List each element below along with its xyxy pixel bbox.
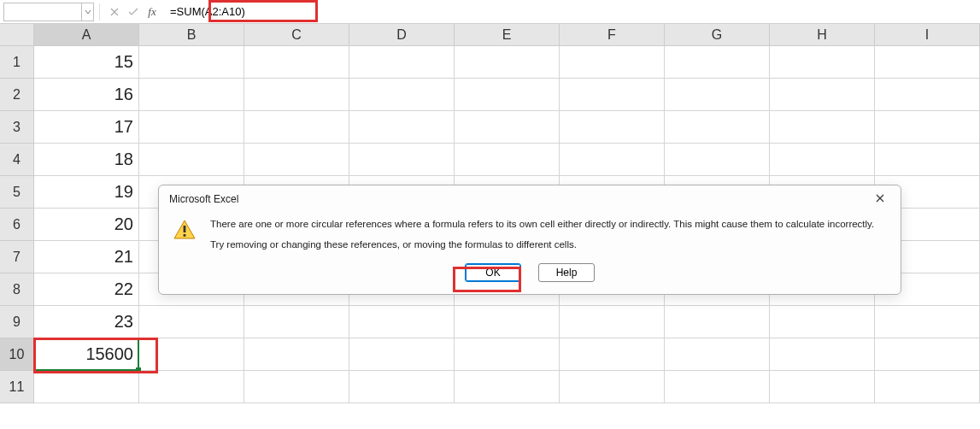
row-header[interactable]: 9 <box>0 306 34 338</box>
cell-A1[interactable]: 15 <box>34 46 139 79</box>
cell-G3[interactable] <box>665 111 770 144</box>
cancel-formula-button[interactable] <box>105 3 124 21</box>
column-header[interactable]: F <box>560 24 665 46</box>
cell-F3[interactable] <box>560 111 665 144</box>
cell-G11[interactable] <box>665 371 770 403</box>
row-header[interactable]: 2 <box>0 79 34 111</box>
cell-F11[interactable] <box>560 371 665 403</box>
cell-A10[interactable]: 15600 <box>34 338 139 371</box>
column-header[interactable]: I <box>875 24 980 46</box>
cell-A11[interactable] <box>34 371 139 403</box>
cell-H11[interactable] <box>770 371 875 403</box>
cell-I9[interactable] <box>875 306 980 338</box>
column-header[interactable]: C <box>244 24 349 46</box>
name-box[interactable] <box>3 3 82 21</box>
cell-A4[interactable]: 18 <box>34 144 139 176</box>
cell-F4[interactable] <box>560 144 665 176</box>
cell-C11[interactable] <box>244 371 349 403</box>
cell-H3[interactable] <box>770 111 875 144</box>
cell-D10[interactable] <box>349 338 455 371</box>
select-all-corner[interactable] <box>0 24 34 46</box>
row-header[interactable]: 6 <box>0 209 34 241</box>
row-header[interactable]: 11 <box>0 371 34 403</box>
cell-C1[interactable] <box>244 46 349 79</box>
cell-D11[interactable] <box>349 371 455 403</box>
cell-F9[interactable] <box>560 306 665 338</box>
row-header[interactable]: 4 <box>0 144 34 176</box>
column-header[interactable]: H <box>770 24 875 46</box>
cell-F1[interactable] <box>560 46 665 79</box>
formula-input[interactable] <box>165 3 267 21</box>
cell-A7[interactable]: 21 <box>34 241 139 273</box>
column-header[interactable]: A <box>34 24 139 46</box>
row-header[interactable]: 10 <box>0 338 34 371</box>
cell-G4[interactable] <box>665 144 770 176</box>
cell-D2[interactable] <box>349 79 455 111</box>
cell-A2[interactable]: 16 <box>34 79 139 111</box>
cell-H2[interactable] <box>770 79 875 111</box>
cell-E9[interactable] <box>455 306 560 338</box>
cell-C4[interactable] <box>244 144 349 176</box>
cell-C9[interactable] <box>244 306 349 338</box>
grid-row: 18 <box>34 144 980 176</box>
cell-C2[interactable] <box>244 79 349 111</box>
ok-button[interactable]: OK <box>465 263 521 282</box>
cell-E11[interactable] <box>455 371 560 403</box>
cell-A6[interactable]: 20 <box>34 209 139 241</box>
cell-I3[interactable] <box>875 111 980 144</box>
check-icon <box>128 8 138 16</box>
column-header[interactable]: B <box>139 24 244 46</box>
cell-E1[interactable] <box>455 46 560 79</box>
name-box-dropdown[interactable] <box>82 3 94 21</box>
cell-H9[interactable] <box>770 306 875 338</box>
cell-B1[interactable] <box>139 46 244 79</box>
cell-E10[interactable] <box>455 338 560 371</box>
cell-D4[interactable] <box>349 144 455 176</box>
cell-G9[interactable] <box>665 306 770 338</box>
dialog-button-row: OK Help <box>159 263 901 294</box>
cell-F2[interactable] <box>560 79 665 111</box>
row-header[interactable]: 3 <box>0 111 34 144</box>
cell-E2[interactable] <box>455 79 560 111</box>
cell-B4[interactable] <box>139 144 244 176</box>
cell-H1[interactable] <box>770 46 875 79</box>
cell-D1[interactable] <box>349 46 455 79</box>
cell-E3[interactable] <box>455 111 560 144</box>
cell-H10[interactable] <box>770 338 875 371</box>
insert-function-button[interactable]: fx <box>143 3 161 21</box>
cell-A5[interactable]: 19 <box>34 176 139 209</box>
row-header[interactable]: 1 <box>0 46 34 79</box>
cell-B2[interactable] <box>139 79 244 111</box>
cell-G10[interactable] <box>665 338 770 371</box>
cell-A8[interactable]: 22 <box>34 273 139 306</box>
cell-B11[interactable] <box>139 371 244 403</box>
cell-I2[interactable] <box>875 79 980 111</box>
cell-I4[interactable] <box>875 144 980 176</box>
cell-C10[interactable] <box>244 338 349 371</box>
cell-B3[interactable] <box>139 111 244 144</box>
column-header[interactable]: G <box>665 24 770 46</box>
cell-H4[interactable] <box>770 144 875 176</box>
cell-G2[interactable] <box>665 79 770 111</box>
cell-A3[interactable]: 17 <box>34 111 139 144</box>
column-header[interactable]: E <box>455 24 560 46</box>
cell-B9[interactable] <box>139 306 244 338</box>
row-header[interactable]: 8 <box>0 273 34 306</box>
cell-D3[interactable] <box>349 111 455 144</box>
dialog-close-button[interactable] <box>870 192 890 206</box>
row-header[interactable]: 7 <box>0 241 34 273</box>
cell-C3[interactable] <box>244 111 349 144</box>
cell-G1[interactable] <box>665 46 770 79</box>
cell-A9[interactable]: 23 <box>34 306 139 338</box>
help-button[interactable]: Help <box>538 263 595 282</box>
row-header[interactable]: 5 <box>0 176 34 209</box>
column-header[interactable]: D <box>349 24 455 46</box>
cell-B10[interactable] <box>139 338 244 371</box>
accept-formula-button[interactable] <box>124 3 143 21</box>
cell-I1[interactable] <box>875 46 980 79</box>
cell-E4[interactable] <box>455 144 560 176</box>
cell-F10[interactable] <box>560 338 665 371</box>
cell-I10[interactable] <box>875 338 980 371</box>
cell-I11[interactable] <box>875 371 980 403</box>
cell-D9[interactable] <box>349 306 455 338</box>
